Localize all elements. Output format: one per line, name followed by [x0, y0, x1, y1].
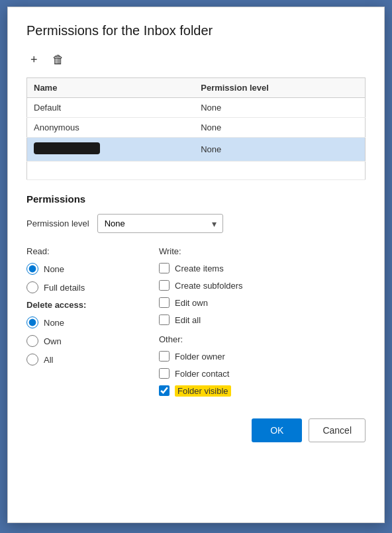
read-full-label: Full details: [44, 283, 85, 293]
table-cell-name: Anonymous: [27, 118, 195, 138]
other-option-other-folder-visible[interactable]: Folder visible: [159, 385, 366, 396]
delete-option-del-all[interactable]: All: [26, 354, 146, 365]
other-folder-visible-label: Folder visible: [175, 386, 231, 396]
other-option-other-folder-owner[interactable]: Folder owner: [159, 351, 366, 362]
dialog-title: Permissions for the Inbox folder: [26, 23, 366, 38]
table-cell-permission: None: [194, 98, 365, 118]
write-section: Write: Create itemsCreate subfoldersEdit…: [159, 246, 366, 325]
permission-level-select[interactable]: NoneOwnerPublishing EditorEditorPublishi…: [97, 214, 223, 233]
read-full-radio[interactable]: [26, 281, 38, 293]
table-row[interactable]: DefaultNone: [27, 98, 366, 118]
write-option-write-create-subfolders[interactable]: Create subfolders: [159, 280, 366, 291]
table-cell-permission: None: [194, 118, 365, 138]
write-option-write-edit-own[interactable]: Edit own: [159, 297, 366, 308]
read-label: Read:: [26, 246, 146, 256]
table-row[interactable]: [27, 162, 366, 180]
other-options: Folder ownerFolder contactFolder visible: [159, 351, 366, 396]
other-folder-contact-checkbox[interactable]: [159, 368, 170, 379]
write-create-subfolders-checkbox[interactable]: [159, 280, 170, 291]
other-folder-owner-label: Folder owner: [175, 352, 225, 362]
write-label: Write:: [159, 246, 366, 256]
write-option-write-create-items[interactable]: Create items: [159, 263, 366, 273]
read-option-read-none[interactable]: None: [26, 263, 146, 275]
permission-level-row: Permission level NoneOwnerPublishing Edi…: [26, 214, 366, 233]
other-section: Other: Folder ownerFolder contactFolder …: [159, 334, 366, 396]
other-folder-contact-label: Folder contact: [175, 369, 229, 379]
add-button[interactable]: +: [26, 50, 42, 70]
col-permission-header: Permission level: [194, 78, 365, 98]
delete-button[interactable]: 🗑: [48, 50, 68, 70]
del-all-label: All: [44, 355, 53, 365]
table-cell-name: Default: [27, 98, 195, 118]
other-folder-owner-checkbox[interactable]: [159, 351, 170, 362]
read-none-label: None: [44, 264, 64, 274]
table-cell-name: [27, 162, 195, 180]
del-all-radio[interactable]: [26, 354, 38, 365]
write-options: Create itemsCreate subfoldersEdit ownEdi…: [159, 263, 366, 325]
left-column: Read: NoneFull details Delete access: No…: [26, 246, 159, 403]
read-option-read-full[interactable]: Full details: [26, 281, 146, 293]
permissions-section-title: Permissions: [26, 193, 366, 205]
other-label: Other:: [159, 334, 366, 344]
permission-level-select-wrapper: NoneOwnerPublishing EditorEditorPublishi…: [97, 214, 223, 233]
table-row[interactable]: None: [27, 138, 366, 162]
col-name-header: Name: [27, 78, 195, 98]
permissions-grid: Read: NoneFull details Delete access: No…: [26, 246, 366, 403]
write-create-items-label: Create items: [175, 264, 224, 273]
write-edit-own-label: Edit own: [175, 298, 208, 308]
other-option-other-folder-contact[interactable]: Folder contact: [159, 368, 366, 379]
read-none-radio[interactable]: [26, 263, 38, 275]
write-edit-all-label: Edit all: [175, 315, 201, 325]
table-cell-permission: [194, 162, 365, 180]
delete-option-del-own[interactable]: Own: [26, 335, 146, 347]
users-table: Name Permission level DefaultNoneAnonymo…: [26, 77, 366, 180]
del-none-label: None: [44, 318, 64, 328]
write-edit-all-checkbox[interactable]: [159, 315, 170, 325]
other-folder-visible-checkbox[interactable]: [159, 385, 170, 396]
write-edit-own-checkbox[interactable]: [159, 297, 170, 308]
table-cell-name: [27, 138, 195, 162]
permissions-dialog: Permissions for the Inbox folder + 🗑 Nam…: [7, 7, 385, 523]
read-options: NoneFull details: [26, 263, 146, 293]
del-own-label: Own: [44, 336, 62, 346]
cancel-button[interactable]: Cancel: [309, 418, 366, 442]
del-own-radio[interactable]: [26, 335, 38, 347]
write-option-write-edit-all[interactable]: Edit all: [159, 315, 366, 325]
permission-level-label: Permission level: [26, 218, 89, 228]
dialog-footer: OK Cancel: [26, 418, 366, 442]
write-create-items-checkbox[interactable]: [159, 263, 170, 273]
delete-access-label: Delete access:: [26, 300, 146, 310]
del-none-radio[interactable]: [26, 316, 38, 328]
table-cell-permission: None: [194, 138, 365, 162]
ok-button[interactable]: OK: [252, 418, 302, 442]
delete-option-del-none[interactable]: None: [26, 316, 146, 328]
redacted-name: [34, 142, 100, 154]
table-row[interactable]: AnonymousNone: [27, 118, 366, 138]
right-column: Write: Create itemsCreate subfoldersEdit…: [159, 246, 366, 403]
write-create-subfolders-label: Create subfolders: [175, 281, 243, 291]
delete-options: NoneOwnAll: [26, 316, 146, 365]
toolbar: + 🗑: [26, 50, 366, 70]
